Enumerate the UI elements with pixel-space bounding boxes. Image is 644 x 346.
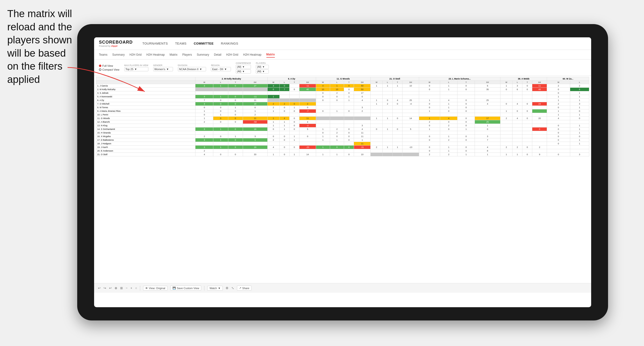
table-row: 9. A Maria Jimenez Rios 1001 100-7 0102 …: [96, 109, 589, 113]
subnav-h2h-grid[interactable]: H2H Grid: [130, 52, 142, 57]
cell: [344, 142, 354, 146]
conf-chevron-1: ▼: [242, 66, 245, 68]
watch-btn[interactable]: Watch ▼: [207, 286, 223, 291]
subnav-summary[interactable]: Summary: [112, 52, 124, 57]
conference-select-1[interactable]: (All) ▼: [236, 65, 251, 69]
subnav-h2h-grid2[interactable]: H2H Grid: [226, 52, 238, 57]
cell: 0: [316, 95, 330, 99]
cell: 3: [196, 95, 213, 99]
col-w-6: W: [500, 81, 512, 84]
cell: 0: [299, 135, 316, 138]
cell: 0: [280, 106, 289, 109]
expand-icon[interactable]: ⤡: [232, 286, 234, 290]
cell: [402, 109, 419, 113]
cell: 3: [196, 146, 213, 149]
cell: 2: [512, 146, 522, 149]
view-original-btn[interactable]: 👁 View: Original: [143, 286, 168, 291]
subnav-detail[interactable]: Detail: [214, 52, 222, 57]
save-custom-btn[interactable]: 💾 Save Custom View: [170, 286, 202, 291]
cell: 0: [440, 109, 458, 113]
cell: [458, 91, 475, 95]
cell: [532, 124, 547, 128]
cell: 0: [458, 120, 475, 124]
cell: 0: [458, 106, 475, 109]
subnav-matrix2[interactable]: Matrix: [266, 52, 275, 58]
cell: 1: [267, 120, 280, 124]
subnav-players[interactable]: Players: [182, 52, 192, 57]
col-w-1: W: [196, 81, 213, 84]
refresh-icon[interactable]: ○: [135, 286, 137, 290]
col-w-7: W: [547, 81, 570, 84]
cell: [280, 91, 289, 95]
cell: 0: [228, 146, 243, 149]
cell: 1: [280, 124, 289, 128]
back-icon[interactable]: ↩: [109, 286, 112, 290]
cell: 4: [547, 117, 570, 120]
nav-tournaments[interactable]: TOURNAMENTS: [142, 41, 168, 46]
compact-view-radio[interactable]: [99, 68, 101, 71]
nav-rankings[interactable]: RANKINGS: [221, 41, 238, 46]
cell: [228, 124, 243, 128]
zoom-in-icon[interactable]: +: [130, 286, 132, 290]
cell: [402, 124, 419, 128]
cell: [402, 113, 419, 117]
redo-icon[interactable]: ↪: [104, 286, 106, 290]
cell: [475, 131, 500, 135]
cell: 3: [243, 135, 267, 138]
cell: 0: [354, 95, 370, 99]
nav-committee[interactable]: COMMITTEE: [194, 41, 214, 46]
col-w-5: W: [419, 81, 440, 84]
nav-teams[interactable]: TEAMS: [175, 41, 186, 46]
zoom-fit-icon[interactable]: ⊕: [114, 286, 117, 290]
settings-icon[interactable]: ⚙: [226, 286, 228, 290]
cell: 1: [267, 95, 280, 99]
gender-select[interactable]: Women's ▼: [153, 67, 173, 71]
cell: 46: [532, 88, 547, 91]
players-select-2[interactable]: (All) ▼: [256, 69, 269, 73]
table-row: 12. A Bianchi 200-58 1104 20025: [96, 120, 589, 124]
share-btn[interactable]: ↗ Share: [237, 286, 252, 291]
cell: 1: [330, 138, 344, 142]
cell: [330, 149, 344, 153]
cell: 1: [570, 124, 589, 128]
cell: [522, 128, 532, 131]
grid-icon[interactable]: ⊞: [120, 286, 123, 290]
cell: 0: [500, 88, 512, 91]
cell: [522, 142, 532, 146]
full-view-radio[interactable]: [99, 65, 101, 67]
max-players-select[interactable]: Top 25 ▼: [124, 67, 148, 71]
zoom-out-icon[interactable]: −: [126, 286, 128, 290]
cell: [330, 106, 344, 109]
cell: 0: [289, 146, 299, 149]
division-select[interactable]: NCAA Division II ▼: [178, 67, 206, 71]
full-view-option[interactable]: Full View: [99, 64, 120, 67]
cell: 0: [419, 149, 440, 153]
cell: [316, 117, 330, 120]
subnav-matrix[interactable]: Matrix: [170, 52, 178, 57]
player-name: 10. L Perini: [96, 113, 196, 117]
cell: 1: [243, 109, 267, 113]
cell: [532, 131, 547, 135]
cell: 0: [458, 99, 475, 102]
subnav-teams[interactable]: Teams: [99, 52, 107, 57]
cell: 0: [522, 102, 532, 106]
cell: [532, 135, 547, 138]
compact-view-option[interactable]: Compact View: [99, 68, 120, 71]
subnav-h2h-heatmap2[interactable]: H2H Heatmap: [243, 52, 261, 57]
cell: 0: [228, 113, 243, 117]
player-name: 9. A Maria Jimenez Rios: [96, 109, 196, 113]
cell: 27: [243, 84, 267, 88]
cell: 17: [475, 117, 500, 120]
subnav-summary2[interactable]: Summary: [197, 52, 209, 57]
region-select[interactable]: East - DII ▼: [211, 67, 231, 71]
player-name: 7. O Mitchell: [96, 102, 196, 106]
players-select-1[interactable]: (All) ▼: [256, 65, 269, 69]
cell: 0: [547, 128, 570, 131]
undo-icon[interactable]: ↩: [98, 286, 100, 290]
logo-powered: Powered by clippd: [99, 45, 133, 47]
subnav-h2h-heatmap[interactable]: H2H Heatmap: [146, 52, 165, 57]
cell: [500, 131, 512, 135]
cell: 0: [532, 128, 547, 131]
conference-select-2[interactable]: (All) ▼: [236, 69, 251, 73]
matrix-table-scroll[interactable]: 2. M Kelly Mulcahy 6. A Dy 11. G Woods 2…: [94, 76, 591, 283]
